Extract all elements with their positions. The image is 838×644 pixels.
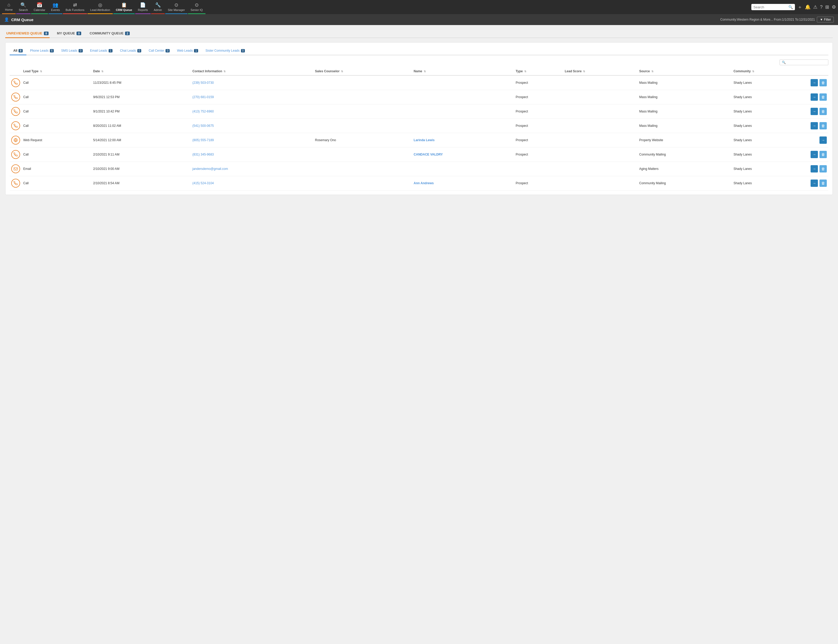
contact-phone-link[interactable]: (831) 345-9683 bbox=[193, 153, 214, 156]
global-search-box[interactable]: 🔍 bbox=[751, 4, 795, 10]
col-header-name[interactable]: Name ⇅ bbox=[412, 67, 514, 76]
apps-button[interactable]: ⊞ bbox=[825, 4, 829, 10]
prospect-name-link[interactable]: Ann Andrews bbox=[414, 181, 434, 185]
nav-item-crm[interactable]: 📋 CRM Queue bbox=[113, 0, 135, 14]
queue-tab-community[interactable]: COMMUNITY QUEUE 2 bbox=[89, 29, 131, 38]
navigate-button[interactable]: → bbox=[811, 179, 818, 187]
nav-item-lead-attribution[interactable]: ◎ Lead Attribution bbox=[87, 0, 112, 14]
name-sort-icon: ⇅ bbox=[424, 70, 426, 73]
queue-tab-my[interactable]: MY QUEUE 0 bbox=[56, 29, 82, 38]
lead-tab-callcenter[interactable]: Call Center 0 bbox=[145, 47, 173, 55]
lead-tab-chat[interactable]: Chat Leads 0 bbox=[116, 47, 145, 55]
delete-button[interactable]: 🗑 bbox=[820, 165, 827, 172]
contact-phone-link[interactable]: (413) 752-6960 bbox=[193, 110, 214, 113]
lead-tab-web[interactable]: Web Leads 1 bbox=[173, 47, 202, 55]
col-header-date[interactable]: Date ⇅ bbox=[92, 67, 191, 76]
lead-tab-sister[interactable]: Sister Community Leads 0 bbox=[202, 47, 249, 55]
contact-phone-link[interactable]: (805) 555-7189 bbox=[193, 138, 214, 142]
filter-button[interactable]: ▼ Filter bbox=[817, 17, 834, 23]
contact-phone-link[interactable]: (415) 524-3104 bbox=[193, 181, 214, 185]
table-container: All 8 Phone Leads 6 SMS Leads 0 Email Le… bbox=[5, 42, 833, 195]
global-search-input[interactable] bbox=[753, 5, 787, 9]
nav-item-site-manager[interactable]: ⊙ Site Manager bbox=[165, 0, 188, 14]
lead-tab-sms[interactable]: SMS Leads 0 bbox=[58, 47, 86, 55]
navigate-button[interactable]: → bbox=[811, 108, 818, 115]
delete-button[interactable]: 🗑 bbox=[820, 94, 827, 101]
col-header-counselor[interactable]: Sales Counselor ⇅ bbox=[314, 67, 412, 76]
col-header-contact[interactable]: Contact Information ⇅ bbox=[191, 67, 314, 76]
delete-button[interactable]: 🗑 bbox=[820, 122, 827, 130]
navigate-button[interactable]: → bbox=[811, 165, 818, 172]
subheader: 👤 CRM Queue Community:Western Region & M… bbox=[0, 14, 838, 25]
nav-item-admin[interactable]: 🔧 Admin bbox=[151, 0, 165, 14]
row-lead-score bbox=[563, 148, 637, 162]
col-header-lead-type[interactable]: Lead Type ⇅ bbox=[21, 67, 92, 76]
navigate-button[interactable]: → bbox=[820, 136, 827, 144]
lead-tab-phone[interactable]: Phone Leads 6 bbox=[26, 47, 58, 55]
col-header-source[interactable]: Source ⇅ bbox=[637, 67, 732, 76]
delete-button[interactable]: 🗑 bbox=[820, 79, 827, 86]
row-icon-cell bbox=[10, 148, 21, 162]
alerts-button[interactable]: ⚠ bbox=[813, 4, 817, 10]
nav-label-search: Search bbox=[19, 8, 28, 12]
col-header-community[interactable]: Community ⇅ bbox=[732, 67, 807, 76]
table-search-input[interactable] bbox=[787, 61, 826, 64]
add-button[interactable]: ＋ bbox=[797, 4, 802, 10]
contact-phone-link[interactable]: (270) 681-0159 bbox=[193, 95, 214, 99]
nav-item-events[interactable]: 👥 Events bbox=[49, 0, 63, 14]
row-action-buttons: →🗑 bbox=[809, 179, 827, 187]
prospect-name-link[interactable]: CANDACE VALDRY bbox=[414, 153, 443, 156]
chat-label: Chat Leads bbox=[120, 49, 136, 53]
nav-label-home: Home bbox=[5, 8, 13, 11]
settings-button[interactable]: ⚙ bbox=[832, 4, 836, 10]
row-actions: →🗑 bbox=[807, 104, 828, 119]
row-community: Shady Lanes bbox=[732, 119, 807, 133]
lead-tab-email[interactable]: Email Leads 1 bbox=[86, 47, 117, 55]
navigate-button[interactable]: → bbox=[811, 79, 818, 86]
table-search-icon: 🔍 bbox=[782, 61, 786, 64]
navigate-button[interactable]: → bbox=[811, 151, 818, 158]
table-search-box[interactable]: 🔍 bbox=[780, 59, 828, 65]
notifications-button[interactable]: 🔔 bbox=[805, 4, 811, 10]
web-label: Web Leads bbox=[177, 49, 193, 53]
navigate-button[interactable]: → bbox=[811, 94, 818, 101]
delete-button[interactable]: 🗑 bbox=[820, 179, 827, 187]
contact-phone-link[interactable]: (541) 500-0675 bbox=[193, 124, 214, 128]
global-search-icon[interactable]: 🔍 bbox=[789, 5, 793, 9]
svg-rect-2 bbox=[14, 168, 17, 171]
nav-label-events: Events bbox=[51, 8, 60, 12]
nav-label-sitemgr: Site Manager bbox=[168, 8, 185, 12]
help-button[interactable]: ? bbox=[820, 5, 823, 10]
row-contact: (239) 503-0730 bbox=[191, 76, 314, 90]
date-sort-icon: ⇅ bbox=[101, 70, 104, 73]
calendar-icon: 📅 bbox=[36, 2, 42, 8]
nav-item-home[interactable]: ⌂ Home bbox=[2, 0, 16, 14]
contact-email-link[interactable]: jandersdemo@gmail.com bbox=[193, 167, 228, 171]
navigate-button[interactable]: → bbox=[811, 122, 818, 130]
nav-item-search[interactable]: 🔍 Search bbox=[16, 0, 31, 14]
callcenter-label: Call Center bbox=[148, 49, 164, 53]
contact-phone-link[interactable]: (239) 503-0730 bbox=[193, 81, 214, 85]
nav-item-calendar[interactable]: 📅 Calendar bbox=[31, 0, 48, 14]
row-date: 11/23/2021 8:45 PM bbox=[92, 76, 191, 90]
table-header-row: Lead Type ⇅ Date ⇅ Contact Information ⇅… bbox=[10, 67, 828, 76]
delete-button[interactable]: 🗑 bbox=[820, 108, 827, 115]
delete-button[interactable]: 🗑 bbox=[820, 151, 827, 158]
prospect-name-link[interactable]: Larinda Lewis bbox=[414, 138, 435, 142]
nav-item-senior-iq[interactable]: ⊙ Senior IQ bbox=[188, 0, 205, 14]
nav-label-lead: Lead Attribution bbox=[90, 8, 110, 12]
row-actions: →🗑 bbox=[807, 148, 828, 162]
col-header-lead-score[interactable]: Lead Score ⇅ bbox=[563, 67, 637, 76]
nav-item-bulk[interactable]: ⇄ Bulk Functions bbox=[63, 0, 87, 14]
leads-table: Lead Type ⇅ Date ⇅ Contact Information ⇅… bbox=[10, 67, 828, 191]
row-action-buttons: →🗑 bbox=[809, 122, 827, 130]
nav-item-reports[interactable]: 📄 Reports bbox=[135, 0, 151, 14]
row-community: Shady Lanes bbox=[732, 162, 807, 176]
callcenter-badge: 0 bbox=[166, 49, 170, 53]
row-type: Prospect bbox=[514, 148, 563, 162]
col-header-type[interactable]: Type ⇅ bbox=[514, 67, 563, 76]
row-type: Prospect bbox=[514, 119, 563, 133]
lead-tab-all[interactable]: All 8 bbox=[10, 47, 26, 55]
queue-tab-unreviewed[interactable]: UNREVIEWED QUEUE 8 bbox=[5, 29, 49, 38]
unreviewed-queue-label: UNREVIEWED QUEUE bbox=[6, 31, 42, 35]
